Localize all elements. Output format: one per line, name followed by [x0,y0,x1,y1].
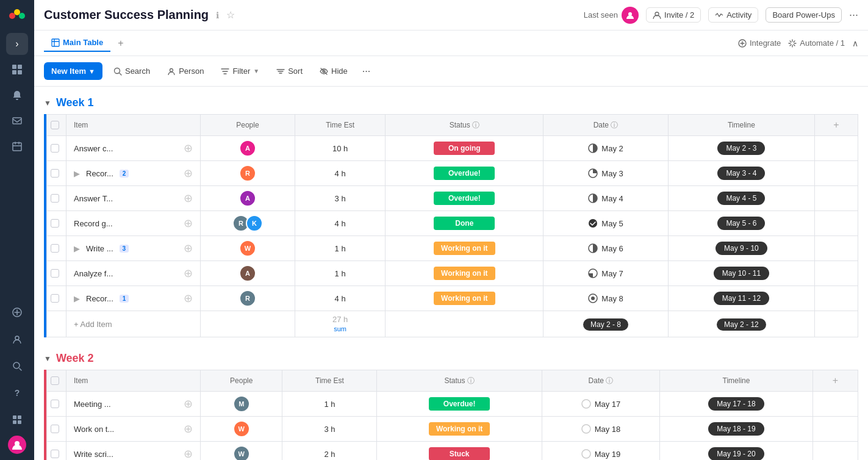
row-date: May 8 [543,286,668,311]
toolbar-more-button[interactable]: ··· [359,62,374,81]
add-sub-item-btn[interactable]: ⊕ [184,167,193,180]
week2-chevron[interactable]: ▼ [44,354,51,363]
week1-col-time-est: Time Est [295,115,385,136]
sidebar-btn-apps-grid[interactable] [6,409,28,431]
row-time-est: 3 h [282,417,377,442]
sidebar-btn-inbox[interactable] [6,110,28,132]
week1-select-all[interactable] [47,115,66,136]
row-checkbox[interactable] [47,236,66,261]
week2-table: Item People Time Est Status ⓘ Date ⓘ [46,370,858,460]
week1-header: ▼ Week 1 [34,96,868,114]
sidebar-btn-apps-store[interactable] [6,301,28,323]
automate-button[interactable]: Automate / 1 [788,38,845,48]
row-checkbox[interactable] [47,417,66,442]
row-checkbox[interactable] [47,161,66,186]
week1-col-people: People [201,115,295,136]
add-sub-item-btn[interactable]: ⊕ [184,447,193,460]
add-sub-item-btn[interactable]: ⊕ [184,217,193,230]
row-time-est: 4 h [295,161,385,186]
row-status[interactable]: Working on it [386,236,543,261]
more-button[interactable]: ··· [849,9,858,21]
sidebar-btn-notifications[interactable] [6,84,28,106]
table-row: ▶ Recor... 2 ⊕ R 4 h Overdue! May 3 May … [47,161,858,186]
week1-chevron[interactable]: ▼ [44,99,51,107]
svg-rect-14 [13,420,16,424]
sum-date: May 2 - 8 [543,311,668,337]
row-timeline: May 3 - 4 [668,161,814,186]
sidebar-btn-calendar[interactable] [6,135,28,157]
svg-point-33 [582,425,590,433]
row-item-name: Work on t... ⊕ [66,417,201,442]
row-checkbox[interactable] [47,286,66,311]
add-sub-item-btn[interactable]: ⊕ [184,292,193,305]
row-checkbox[interactable] [47,186,66,211]
row-status[interactable]: Working on it [386,261,543,286]
search-button[interactable]: Search [107,63,156,79]
sidebar-btn-collapse[interactable]: › [6,33,28,55]
new-item-button[interactable]: New Item ▼ [44,62,102,80]
svg-rect-19 [52,39,59,46]
hide-button[interactable]: Hide [314,63,354,79]
week1-table-wrap: Item People Time Est Status ⓘ Date ⓘ [44,114,858,337]
table-row: Write scri... ⊕ W 2 h Stuck May 19 May 1… [47,442,858,461]
sidebar-btn-search[interactable] [6,355,28,377]
row-status[interactable]: Working on it [377,417,542,442]
sidebar-btn-help[interactable]: ? [6,382,28,404]
week1-col-timeline: Timeline [668,115,814,136]
row-status[interactable]: Stuck [377,442,542,461]
row-people: A [201,136,295,161]
week1-col-date: Date ⓘ [543,115,668,136]
info-icon[interactable]: ℹ [216,10,219,20]
add-item-btn[interactable]: + Add Item [66,311,201,337]
row-status[interactable]: Overdue! [377,392,542,417]
row-status[interactable]: Done [386,211,543,236]
row-status[interactable]: On going [386,136,543,161]
filter-button[interactable]: Filter ▼ [215,63,265,79]
row-checkbox[interactable] [47,261,66,286]
add-sub-item-btn[interactable]: ⊕ [184,242,193,255]
person-filter-button[interactable]: Person [161,63,210,79]
svg-point-27 [589,219,597,228]
week2-status-info-icon[interactable]: ⓘ [467,376,475,385]
sidebar-btn-dashboard[interactable] [6,59,28,81]
add-sub-item-btn[interactable]: ⊕ [184,267,193,280]
add-sub-item-btn[interactable]: ⊕ [184,422,193,436]
row-status[interactable]: Overdue! [386,186,543,211]
week1-title[interactable]: Week 1 [56,96,94,109]
activity-button[interactable]: Activity [708,7,758,23]
collapse-icon[interactable]: ∧ [852,38,858,48]
add-sub-item-btn[interactable]: ⊕ [184,192,193,205]
row-expand-icon[interactable]: ▶ [74,244,80,253]
week2-col-add[interactable]: + [812,370,858,392]
tab-main-table[interactable]: Main Table [44,34,110,52]
add-tab-button[interactable]: + [113,35,128,51]
row-people: W [201,442,282,461]
sidebar-btn-invite[interactable] [6,328,28,350]
date-info-icon[interactable]: ⓘ [611,121,618,129]
add-sub-item-btn[interactable]: ⊕ [184,397,193,411]
status-info-icon[interactable]: ⓘ [472,121,479,129]
row-people: R [201,161,295,186]
week2-select-all[interactable] [47,370,66,392]
sort-button[interactable]: Sort [270,63,309,79]
week2-col-people: People [201,370,282,392]
star-icon[interactable]: ☆ [226,9,235,21]
row-expand-icon[interactable]: ▶ [74,169,80,178]
invite-button[interactable]: Invite / 2 [646,7,701,23]
integrate-button[interactable]: Integrate [738,38,781,48]
row-status[interactable]: Working on it [386,286,543,311]
week2-date-info-icon[interactable]: ⓘ [606,376,613,385]
row-checkbox[interactable] [47,136,66,161]
sidebar-logo[interactable] [7,6,27,26]
user-avatar[interactable] [8,436,26,454]
board-powerups-button[interactable]: Board Power-Ups [766,7,842,23]
row-expand-icon[interactable]: ▶ [74,294,80,303]
week1-col-add[interactable]: + [815,115,858,136]
row-checkbox[interactable] [47,392,66,417]
row-time-est: 1 h [282,392,377,417]
row-checkbox[interactable] [47,442,66,461]
add-sub-item-btn[interactable]: ⊕ [184,142,193,155]
row-checkbox[interactable] [47,211,66,236]
week2-title[interactable]: Week 2 [56,352,94,365]
row-status[interactable]: Overdue! [386,161,543,186]
